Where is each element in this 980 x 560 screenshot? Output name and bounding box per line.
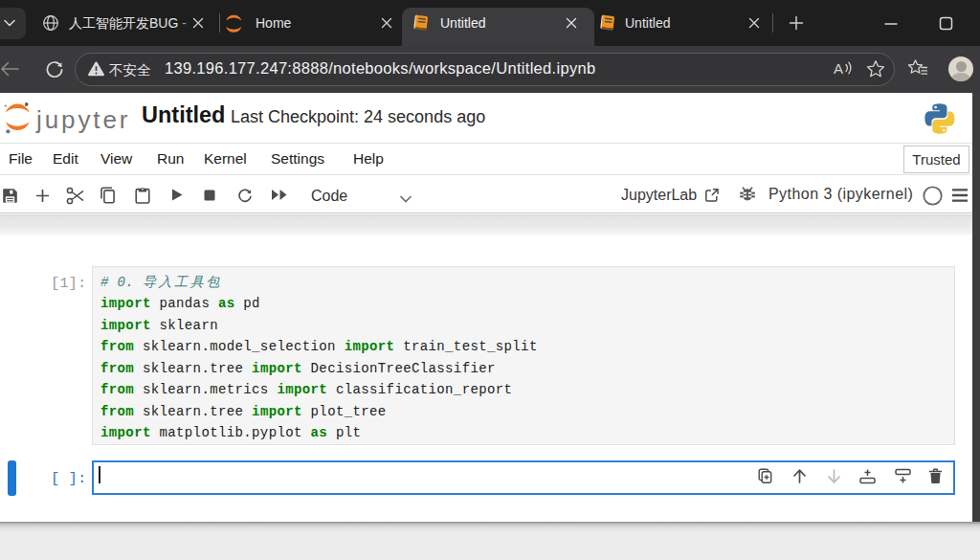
svg-text:A: A bbox=[834, 60, 843, 77]
